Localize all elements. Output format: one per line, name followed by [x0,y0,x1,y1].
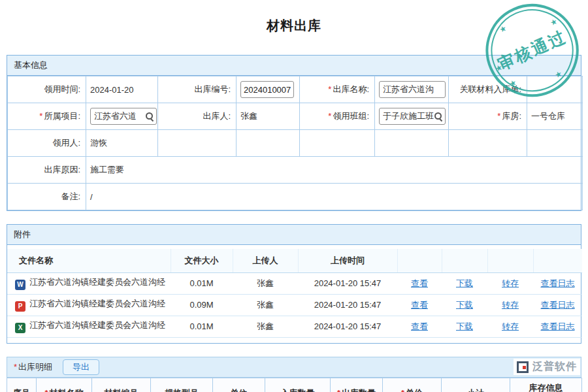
col-spec: 规格型号 [151,378,213,392]
remark-value: / [86,184,583,210]
reason-value: 施工需要 [86,157,583,184]
project-label: *所属项目: [8,103,86,130]
usage-time-label: 领用时间: [8,76,86,103]
project-search-input[interactable]: 江苏省六道 [90,108,157,125]
form-row: 领用时间: 2024-01-20 出库编号: *出库名称: 江苏省六道沟 关联材… [8,76,583,103]
col-price: *单价 [383,378,442,392]
download-link[interactable]: 下载 [456,321,473,331]
outbound-person-label: 出库人: [158,103,237,130]
file-name: 江苏省六道沟镇经建委员会六道沟经 [29,299,165,308]
transfer-link[interactable]: 转存 [502,278,519,288]
reason-label: 出库原因: [8,157,86,184]
basic-info-table: 领用时间: 2024-01-20 出库编号: *出库名称: 江苏省六道沟 关联材… [7,76,583,210]
brand-icon [517,361,529,373]
outbound-detail-title: 出库明细 [18,361,52,373]
col-material-no: 材料编号 [92,378,151,392]
file-uploader: 张鑫 [233,316,298,337]
related-inbound-label: 关联材料入库单: [449,76,527,103]
outbound-detail-header: * 出库明细 导出 [7,357,581,378]
col-subtotal: 小计 [442,378,510,392]
download-link[interactable]: 下载 [456,300,473,310]
attachment-row: P江苏省六道沟镇经建委员会六道沟经 0.09M 张鑫 2024-01-20 15… [7,294,582,316]
view-link[interactable]: 查看 [411,278,428,288]
recipient-value: 游恢 [86,130,158,157]
col-stock-info: 库存信息 [510,378,582,392]
warehouse-label: *库房: [449,103,527,130]
col-file-size: 文件大小 [171,249,233,272]
remark-label: 备注: [8,184,86,210]
view-link[interactable]: 查看 [411,300,428,310]
required-marker: * [337,388,340,392]
file-upload-time: 2024-01-20 15:47 [298,294,397,316]
form-row: *所属项目: 江苏省六道 出库人: 张鑫 *领用班组: 于子欣施工班 *库房: … [8,103,583,130]
detail-header-row: 序号 *材料名称 材料编号 规格型号 单位 入库数量 *出库数量 *单价 小计 … [7,378,582,392]
usage-time-value: 2024-01-20 [86,76,158,103]
form-row: 领用人: 游恢 [8,130,583,157]
required-marker: * [497,111,500,121]
required-marker: * [328,111,331,121]
file-size: 0.01M [171,272,233,294]
transfer-link[interactable]: 转存 [502,321,519,331]
view-log-link[interactable]: 查看日志 [541,278,575,288]
view-log-link[interactable]: 查看日志 [541,321,575,331]
search-icon[interactable] [434,112,443,121]
file-upload-time: 2024-01-20 15:47 [298,272,397,294]
file-name: 江苏省六道沟镇经建委员会六道沟经 [29,320,165,330]
page-title: 材料出库 [0,17,588,35]
attachment-row: W江苏省六道沟镇经建委员会六道沟经 0.01M 张鑫 2024-01-20 15… [7,272,582,294]
col-unit: 单位 [213,378,265,392]
col-material-name: *材料名称 [37,378,92,392]
view-log-link[interactable]: 查看日志 [541,300,575,310]
team-search-input[interactable]: 于子欣施工班 [379,108,446,125]
download-link[interactable]: 下载 [456,278,473,288]
form-row: 出库原因: 施工需要 [8,157,583,184]
word-file-icon: W [15,280,25,290]
file-size: 0.09M [171,294,233,316]
col-out-qty: *出库数量 [331,378,383,392]
required-marker: * [328,84,331,94]
transfer-link[interactable]: 转存 [502,300,519,310]
col-upload-time: 上传时间 [298,249,397,272]
outbound-detail-table: 序号 *材料名称 材料编号 规格型号 单位 入库数量 *出库数量 *单价 小计 … [7,378,582,392]
outbound-person-value: 张鑫 [237,103,300,130]
attachments-table: 文件名称 文件大小 上传人 上传时间 W江苏省六道沟镇经建委员会六道沟经 0.0… [7,249,582,338]
required-marker: * [14,362,17,372]
col-seq: 序号 [7,378,37,392]
file-name: 江苏省六道沟镇经建委员会六道沟经 [29,277,165,287]
outbound-no-label: 出库编号: [158,76,237,103]
excel-file-icon: X [15,323,25,333]
pdf-file-icon: P [15,301,25,312]
view-link[interactable]: 查看 [411,321,428,331]
basic-info-section: 基本信息 领用时间: 2024-01-20 出库编号: *出库名称: 江苏省六道… [7,55,581,211]
attachments-header-row: 文件名称 文件大小 上传人 上传时间 [7,249,582,272]
attachments-title: 附件 [7,225,581,245]
export-button[interactable]: 导出 [63,359,99,375]
file-uploader: 张鑫 [233,294,298,316]
warehouse-value: 一号仓库 [527,103,583,130]
brand-name: 泛普软件 [532,360,577,374]
file-size: 0.01M [171,316,233,337]
required-marker: * [39,111,42,121]
col-uploader: 上传人 [233,249,298,272]
brand-logo: 泛普软件 [514,359,580,375]
file-uploader: 张鑫 [233,272,298,294]
search-icon[interactable] [145,112,154,121]
related-inbound-value [527,76,583,103]
basic-info-title: 基本信息 [7,56,581,76]
attachment-row: X江苏省六道沟镇经建委员会六道沟经 0.01M 张鑫 2024-01-20 15… [7,316,582,337]
team-label: *领用班组: [300,103,375,130]
required-marker: * [44,388,48,392]
outbound-name-input[interactable]: 江苏省六道沟 [379,81,446,98]
file-upload-time: 2024-01-20 15:47 [298,316,397,337]
col-file-name: 文件名称 [7,249,171,272]
col-in-qty: 入库数量 [265,378,331,392]
required-marker: * [401,388,404,392]
outbound-no-input[interactable] [240,81,294,98]
outbound-name-label: *出库名称: [300,76,375,103]
recipient-label: 领用人: [8,130,86,157]
form-row: 备注: / [8,184,583,210]
attachments-section: 附件 文件名称 文件大小 上传人 上传时间 W江苏省六道沟镇经建委员会六道沟经 … [7,224,581,344]
